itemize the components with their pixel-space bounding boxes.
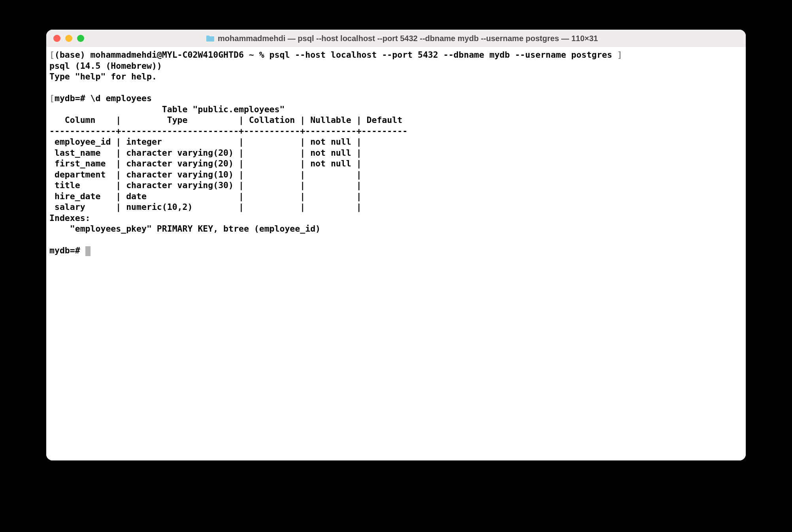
folder-icon bbox=[206, 35, 215, 42]
minimize-button[interactable] bbox=[65, 35, 72, 42]
traffic-lights bbox=[53, 35, 84, 42]
bracket-open: [ bbox=[49, 50, 55, 60]
maximize-button[interactable] bbox=[77, 35, 84, 42]
terminal-line-help: Type "help" for help. bbox=[49, 72, 157, 81]
close-button[interactable] bbox=[53, 35, 60, 42]
terminal-table-row: hire_date | date | | | bbox=[49, 191, 367, 201]
terminal-table-title: Table "public.employees" bbox=[49, 104, 285, 114]
cursor bbox=[85, 246, 91, 256]
bracket-open-2: [ bbox=[49, 93, 55, 103]
window-title-wrap: mohammadmehdi — psql --host localhost --… bbox=[89, 34, 739, 43]
terminal-table-header: Column | Type | Collation | Nullable | D… bbox=[49, 115, 407, 125]
terminal-table-row: salary | numeric(10,2) | | | bbox=[49, 202, 367, 212]
terminal-table-row: last_name | character varying(20) | | no… bbox=[49, 148, 367, 158]
terminal-table-row: title | character varying(30) | | | bbox=[49, 180, 367, 190]
terminal-table-divider: -------------+-----------------------+--… bbox=[49, 126, 407, 136]
terminal-prompt: mydb=# bbox=[49, 245, 85, 255]
terminal-indexes-label: Indexes: bbox=[49, 213, 91, 223]
terminal-table-row: department | character varying(10) | | | bbox=[49, 170, 367, 179]
terminal-line-version: psql (14.5 (Homebrew)) bbox=[49, 61, 162, 71]
terminal-body[interactable]: [(base) mohammadmehdi@MYL-C02W410GHTD6 ~… bbox=[46, 47, 746, 460]
bracket-close: ] bbox=[612, 50, 622, 60]
terminal-table-row: employee_id | integer | | not null | bbox=[49, 137, 367, 147]
terminal-line-describe: mydb=# \d employees bbox=[55, 93, 152, 103]
terminal-line-command: (base) mohammadmehdi@MYL-C02W410GHTD6 ~ … bbox=[55, 50, 612, 60]
terminal-window: mohammadmehdi — psql --host localhost --… bbox=[46, 30, 746, 460]
window-title: mohammadmehdi — psql --host localhost --… bbox=[218, 34, 598, 43]
terminal-table-row: first_name | character varying(20) | | n… bbox=[49, 158, 367, 168]
terminal-index-line: "employees_pkey" PRIMARY KEY, btree (emp… bbox=[49, 224, 321, 234]
titlebar: mohammadmehdi — psql --host localhost --… bbox=[46, 30, 746, 47]
